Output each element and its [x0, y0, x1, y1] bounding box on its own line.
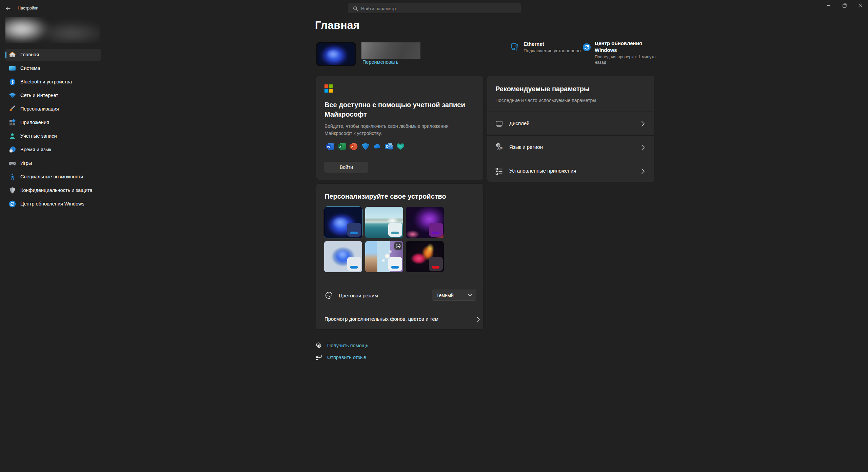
svg-text:P: P [351, 145, 353, 149]
svg-text:W: W [327, 145, 330, 149]
svg-text:字: 字 [500, 146, 503, 150]
svg-text:?: ? [318, 345, 320, 348]
svg-text:X: X [339, 145, 341, 149]
svg-text:O: O [386, 145, 389, 149]
